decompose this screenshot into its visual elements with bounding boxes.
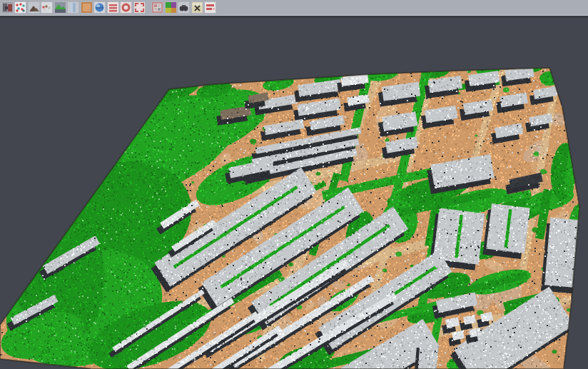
point-cloud-icon	[2, 2, 13, 13]
toolbar-button-red-layers[interactable]	[107, 1, 119, 14]
application-window	[0, 0, 588, 369]
rect-select-icon	[134, 2, 145, 13]
toolbar-button-rect-select[interactable]	[133, 1, 146, 14]
point-cloud-scene[interactable]	[0, 16, 588, 369]
toolbar-button-point-cloud[interactable]	[1, 1, 14, 14]
stereo-view-icon	[178, 2, 189, 13]
toolbar-button-dem[interactable]	[54, 1, 66, 14]
toolbar-button-globe[interactable]	[93, 1, 106, 14]
toolbar-button-circle-select[interactable]	[120, 1, 132, 14]
globe-icon	[94, 2, 105, 13]
toolbar-button-classification-palette[interactable]	[165, 1, 177, 14]
cross-section-icon	[192, 2, 203, 13]
sparse-points-icon	[41, 2, 52, 13]
toolbar-button-classified-points[interactable]	[14, 1, 26, 14]
classified-points-icon	[15, 2, 26, 13]
toolbar-button-remove-layer[interactable]	[204, 1, 216, 14]
remove-layer-icon	[205, 2, 216, 13]
toolbar	[0, 0, 588, 16]
clip-grid-icon	[152, 2, 163, 13]
toolbar-button-stereo-view[interactable]	[178, 1, 190, 14]
toolbar-button-profile-column[interactable]	[67, 1, 79, 14]
viewport-3d	[0, 16, 588, 369]
circle-select-icon	[121, 2, 131, 13]
dem-icon	[55, 2, 66, 13]
toolbar-button-terrain[interactable]	[28, 1, 40, 14]
toolbar-button-cross-section[interactable]	[191, 1, 203, 14]
toolbar-button-sparse-points[interactable]	[41, 1, 53, 14]
terrain-icon	[29, 2, 39, 13]
classification-palette-icon	[166, 2, 176, 13]
red-layers-icon	[108, 2, 118, 13]
orthophoto-icon	[81, 2, 92, 13]
toolbar-button-orthophoto[interactable]	[81, 1, 93, 14]
profile-column-icon	[68, 2, 78, 13]
toolbar-button-clip-grid[interactable]	[151, 1, 163, 14]
